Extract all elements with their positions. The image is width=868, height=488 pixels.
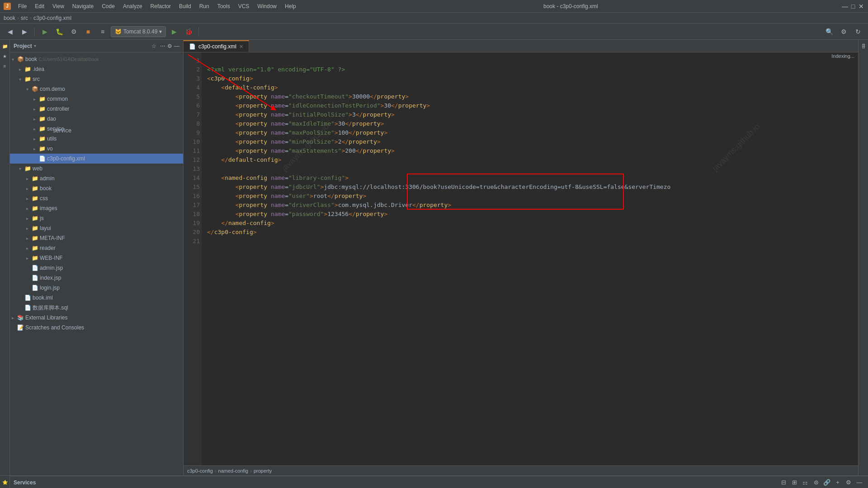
run-button[interactable]: ▶	[38, 25, 51, 38]
dao-icon: 📁	[39, 116, 46, 122]
tree-common[interactable]: ▸ 📁 common	[10, 94, 183, 104]
tree-controller-label: controller	[47, 106, 69, 112]
tree-service[interactable]: ▸ 📁 service	[10, 124, 183, 134]
path-file[interactable]: c3p0-config.xml	[33, 15, 71, 21]
settings-button[interactable]: ⚙	[837, 25, 850, 38]
menu-navigate[interactable]: Navigate	[69, 2, 97, 10]
update-button[interactable]: ↻	[852, 25, 864, 38]
bc-named[interactable]: named-config	[218, 468, 249, 474]
tree-book-web[interactable]: ▸ 📁 book	[10, 183, 183, 193]
menu-window[interactable]: Window	[254, 2, 280, 10]
filter-button[interactable]: ⊜	[811, 478, 821, 488]
tree-controller[interactable]: ▸ 📁 controller	[10, 104, 183, 114]
menu-file[interactable]: File	[14, 2, 30, 10]
tree-utils[interactable]: ▸ 📁 utils	[10, 134, 183, 144]
services-toolbar: ⊟ ⊞ ⚏ ⊜ 🔗 + ⚙ —	[778, 478, 864, 488]
tree-loginjsp[interactable]: 📄 login.jsp	[10, 283, 183, 293]
tree-indexjsp[interactable]: 📄 index.jsp	[10, 273, 183, 283]
tree-admin[interactable]: ▸ 📁 admin	[10, 174, 183, 183]
project-gear-icon[interactable]: ⚙	[167, 43, 172, 49]
tree-metainf[interactable]: ▸ 📁 META-INF	[10, 233, 183, 243]
minimize-svc-button[interactable]: —	[854, 478, 864, 488]
menu-edit[interactable]: Edit	[31, 2, 48, 10]
menu-build[interactable]: Build	[175, 2, 195, 10]
project-minimize-icon[interactable]: —	[174, 43, 179, 49]
titlebar-left: J File Edit View Navigate Code Analyze R…	[4, 2, 300, 10]
expand-all-button[interactable]: ⊞	[789, 478, 799, 488]
tree-webinf[interactable]: ▸ 📁 WEB-INF	[10, 253, 183, 263]
add-service-button[interactable]: +	[833, 478, 843, 488]
tree-loginjsp-label: login.jsp	[40, 285, 60, 291]
debug-app-button[interactable]: 🐞	[182, 25, 195, 38]
stop-button[interactable]: ■	[82, 25, 94, 38]
structure-icon[interactable]: ≡	[0, 61, 9, 70]
tomcat-dropdown-icon: ▾	[159, 28, 162, 35]
tree-images[interactable]: ▸ 📁 images	[10, 203, 183, 213]
link-button[interactable]: 🔗	[822, 478, 832, 488]
code-editor[interactable]: 12345 678910 1112131415 1617181920 21 <?…	[184, 52, 858, 465]
group-button[interactable]: ⚏	[800, 478, 810, 488]
tree-js[interactable]: ▸ 📁 js	[10, 213, 183, 223]
arrow-extlibs: ▸	[12, 315, 17, 320]
maximize-button[interactable]: □	[850, 3, 856, 9]
tree-web-label: web	[33, 165, 42, 172]
project-icon[interactable]: 📁	[0, 42, 9, 51]
run-config-button[interactable]: ≡	[96, 25, 109, 38]
forward-button[interactable]: ▶	[18, 25, 31, 38]
search-everywhere-button[interactable]: 🔍	[823, 25, 835, 38]
tab-close-button[interactable]: ✕	[239, 44, 243, 50]
menu-tools[interactable]: Tools	[214, 2, 234, 10]
tree-adminjsp[interactable]: 📄 admin.jsp	[10, 263, 183, 273]
menu-refactor[interactable]: Refactor	[147, 2, 175, 10]
arrow-dao: ▸	[33, 117, 39, 122]
favorites-icon[interactable]: ★	[0, 52, 9, 61]
minimize-button[interactable]: —	[842, 3, 848, 9]
arrow-book-web: ▸	[26, 186, 32, 191]
tree-vo[interactable]: ▸ 📁 vo	[10, 144, 183, 154]
run-app-button[interactable]: ▶	[168, 25, 180, 38]
tree-sql[interactable]: 📄 数据库脚本.sql	[10, 303, 183, 313]
code-content[interactable]: <?xml version="1.0" encoding="UTF-8" ?> …	[202, 52, 858, 465]
close-button[interactable]: ✕	[858, 3, 864, 9]
tree-web[interactable]: ▾ 📁 web	[10, 164, 183, 174]
tree-dao[interactable]: ▸ 📁 dao	[10, 114, 183, 124]
back-button[interactable]: ◀	[4, 25, 16, 38]
bottom-icon-1[interactable]: ⭐	[0, 478, 9, 487]
bc-c3p0[interactable]: c3p0-config	[187, 468, 213, 474]
collapse-all-button[interactable]: ⊟	[778, 478, 788, 488]
vo-icon: 📁	[39, 145, 46, 152]
tree-reader[interactable]: ▸ 📁 reader	[10, 243, 183, 253]
menu-run[interactable]: Run	[196, 2, 213, 10]
bc-property[interactable]: property	[254, 468, 272, 474]
tree-book[interactable]: ▾ 📦 book C:\Users\51414\Desktop\book	[10, 54, 183, 64]
profile-button[interactable]: ⚙	[67, 25, 80, 38]
tree-metainf-label: META-INF	[40, 235, 65, 241]
debug-button[interactable]: 🐛	[53, 25, 66, 38]
menu-vcs[interactable]: VCS	[235, 2, 253, 10]
project-options-icon[interactable]: ⋯	[160, 43, 165, 49]
database-icon[interactable]: 🗄	[859, 42, 868, 51]
tree-c3p0[interactable]: 📄 c3p0-config.xml	[10, 154, 183, 164]
menu-analyze[interactable]: Analyze	[119, 2, 146, 10]
window-controls[interactable]: — □ ✕	[842, 3, 864, 9]
path-book[interactable]: book	[4, 15, 15, 21]
tree-src[interactable]: ▾ 📁 src	[10, 74, 183, 84]
project-dropdown-icon[interactable]: ▾	[34, 43, 36, 48]
settings-svc-button[interactable]: ⚙	[844, 478, 854, 488]
menu-view[interactable]: View	[49, 2, 68, 10]
tomcat-selector[interactable]: 🐱 Tomcat 8.0.49 ▾	[111, 26, 166, 37]
tree-idea[interactable]: ▸ 📁 .idea	[10, 64, 183, 74]
reader-icon: 📁	[32, 245, 38, 251]
project-settings-icon[interactable]: ☆	[151, 43, 156, 49]
service-icon: 📁	[39, 126, 46, 132]
tree-layui[interactable]: ▸ 📁 layui	[10, 223, 183, 233]
tree-css[interactable]: ▸ 📁 css	[10, 193, 183, 203]
path-src[interactable]: src	[21, 15, 28, 21]
tree-comdemo[interactable]: ▾ 📦 com.demo	[10, 84, 183, 94]
tab-c3p0[interactable]: 📄 c3p0-config.xml ✕	[184, 40, 249, 52]
tree-bookiml[interactable]: 📄 book.iml	[10, 293, 183, 303]
tree-scratches[interactable]: 📝 Scratches and Consoles	[10, 323, 183, 333]
menu-code[interactable]: Code	[98, 2, 118, 10]
menu-help[interactable]: Help	[281, 2, 300, 10]
tree-extlibs[interactable]: ▸ 📚 External Libraries	[10, 313, 183, 323]
